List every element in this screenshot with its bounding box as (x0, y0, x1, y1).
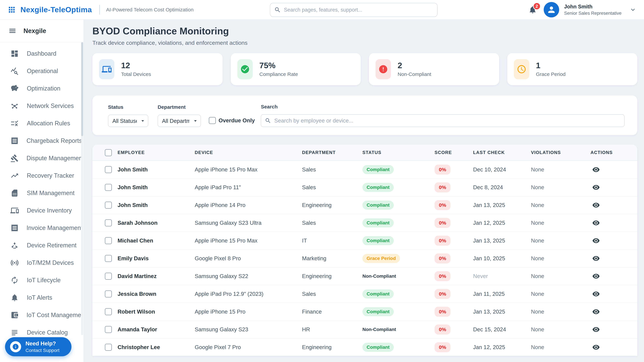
sidebar-item-sim-management[interactable]: SIM Management (0, 184, 81, 202)
sidebar-item-dispute-management[interactable]: Dispute Management (0, 149, 81, 167)
user-name: John Smith (564, 4, 622, 10)
sidebar-item-iot-alerts[interactable]: IoT Alerts (0, 289, 81, 306)
scrollbar-thumb[interactable] (81, 42, 83, 136)
notifications-button[interactable]: 2 (526, 4, 539, 16)
view-details-button[interactable] (592, 254, 637, 263)
rule-icon (10, 119, 19, 128)
view-details-button[interactable] (592, 165, 637, 174)
chevron-down-icon[interactable] (629, 6, 636, 13)
table-search-input[interactable] (274, 117, 624, 124)
global-search-input[interactable] (284, 7, 433, 13)
overdue-only-input[interactable] (209, 117, 216, 124)
violations-cell: None (531, 166, 590, 173)
page-subtitle: Track device compliance, violations, and… (92, 39, 637, 46)
eye-icon (592, 308, 636, 316)
overdue-only-checkbox[interactable]: Overdue Only (209, 117, 255, 124)
status-badge: Compliant (362, 218, 394, 227)
sidebar-item-recovery-tracker[interactable]: Recovery Tracker (0, 167, 81, 184)
device-cell: Apple iPhone 14 Pro (195, 202, 302, 208)
last-check-cell: Jan 11, 2025 (473, 291, 531, 297)
eye-icon (592, 166, 636, 173)
status-cell: Compliant (362, 183, 394, 192)
help-button[interactable]: Need Help? Contact Support (5, 337, 72, 356)
department-cell: Finance (302, 309, 362, 315)
employee-cell: Emily Davis (118, 255, 195, 262)
score-cell: 0% (434, 289, 450, 299)
score-cell: 0% (434, 325, 450, 335)
row-checkbox[interactable] (105, 184, 112, 191)
row-checkbox[interactable] (105, 219, 112, 226)
avatar[interactable] (544, 2, 559, 17)
department-filter-group: Department All Departments (158, 104, 201, 127)
row-checkbox[interactable] (105, 255, 112, 262)
row-checkbox[interactable] (105, 237, 112, 244)
employee-cell: David Martinez (118, 273, 195, 279)
view-details-button[interactable] (592, 183, 637, 192)
row-checkbox[interactable] (105, 202, 112, 209)
view-details-button[interactable] (592, 325, 637, 334)
apps-grid-icon[interactable] (8, 5, 16, 14)
score-cell: 0% (434, 182, 450, 192)
row-checkbox[interactable] (105, 273, 112, 280)
sidebar-item-device-retirement[interactable]: Device Retirement (0, 237, 81, 254)
sidebar-item-iot-lifecycle[interactable]: IoT Lifecycle (0, 272, 81, 289)
stat-label: Compliance Rate (260, 71, 298, 77)
sidebar-item-device-inventory[interactable]: Device Inventory (0, 202, 81, 219)
sidebar-item-label: Device Inventory (27, 207, 72, 214)
app-header: Nexgile-TeleOptima AI-Powered Telecom Co… (0, 0, 644, 20)
trending-up-icon (10, 171, 19, 180)
view-details-button[interactable] (592, 236, 637, 245)
view-details-button[interactable] (592, 343, 637, 352)
wallet-icon (10, 311, 19, 319)
sidebar-item-iot-m2m-devices[interactable]: IoT/M2M Devices (0, 254, 81, 272)
row-checkbox[interactable] (105, 326, 112, 333)
view-details-button[interactable] (592, 218, 637, 227)
eye-icon (592, 272, 636, 280)
sidebar-header: Nexgile (0, 20, 84, 42)
stat-card-total-devices: 12Total Devices (92, 53, 222, 85)
score-badge: 0% (434, 342, 450, 352)
status-cell: Compliant (362, 307, 394, 316)
sidebar-item-chargeback-reports[interactable]: Chargeback Reports (0, 132, 81, 149)
sidebar-item-invoice-management[interactable]: Invoice Management (0, 219, 81, 237)
department-cell: HR (302, 326, 362, 333)
sidebar-item-network-services[interactable]: Network Services (0, 97, 81, 115)
department-cell: Engineering (302, 344, 362, 351)
row-checkbox[interactable] (105, 344, 112, 351)
sidebar-item-iot-cost-management[interactable]: IoT Cost Management (0, 306, 81, 324)
eye-icon (592, 290, 636, 298)
sidebar-item-dashboard[interactable]: Dashboard (0, 45, 81, 62)
sidebar-item-optimization[interactable]: Optimization (0, 80, 81, 97)
view-details-button[interactable] (592, 201, 637, 210)
sidebar-item-allocation-rules[interactable]: Allocation Rules (0, 115, 81, 132)
status-filter-select[interactable]: All Statuses (108, 115, 148, 127)
row-checkbox[interactable] (105, 291, 112, 298)
sidebar-item-label: Invoice Management (26, 224, 81, 231)
employee-cell: Jessica Brown (118, 291, 195, 297)
view-details-button[interactable] (592, 272, 637, 281)
receipt-icon (10, 224, 19, 232)
sidebar-item-operational[interactable]: Operational (0, 62, 81, 80)
row-checkbox[interactable] (105, 308, 112, 315)
stat-value: 12 (121, 61, 151, 70)
sidebar-item-device-catalog[interactable]: Device Catalog (0, 324, 81, 336)
department-filter-select[interactable]: All Departments (158, 115, 201, 127)
view-details-button[interactable] (592, 290, 637, 299)
device-cell: Google Pixel 7 Pro (195, 344, 302, 351)
status-badge: Compliant (362, 290, 394, 299)
employee-cell: Amanda Taylor (118, 326, 195, 333)
violations-cell: None (531, 291, 590, 297)
column-header-status: STATUS (362, 150, 434, 155)
device-cell: Apple iPhone 15 Pro Max (195, 238, 302, 244)
table-row: John SmithApple iPhone 15 Pro MaxSalesCo… (92, 161, 637, 179)
sim-card-icon (10, 189, 19, 197)
bell-icon (10, 294, 19, 302)
stat-value: 75% (260, 61, 298, 70)
select-all-checkbox[interactable] (105, 149, 112, 156)
view-details-button[interactable] (592, 307, 637, 316)
column-header-last-check: LAST CHECK (473, 150, 531, 155)
sidebar-scrollbar[interactable] (81, 42, 83, 335)
row-checkbox[interactable] (105, 166, 112, 173)
logo-divider (99, 5, 100, 14)
menu-icon[interactable] (8, 27, 16, 35)
